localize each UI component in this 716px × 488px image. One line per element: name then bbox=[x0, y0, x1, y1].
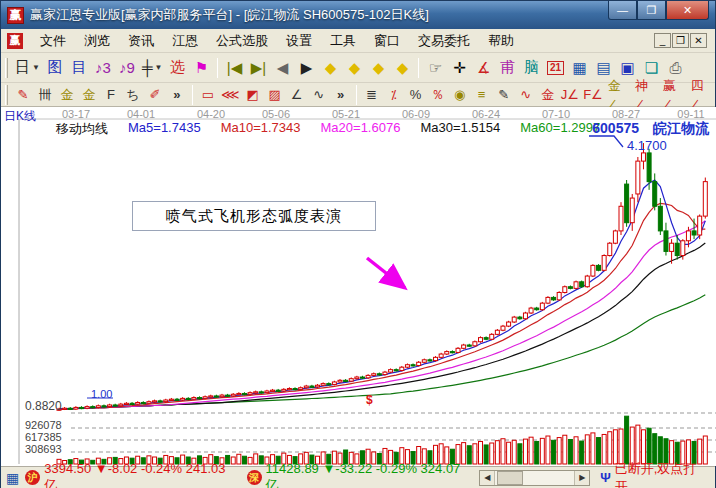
price-axis-label: 0.8820 bbox=[25, 399, 62, 413]
wave-tool-icon[interactable]: ∿ bbox=[515, 85, 537, 105]
compress-icon[interactable]: ◆ bbox=[366, 56, 390, 80]
calculator-icon[interactable]: ▦ bbox=[567, 56, 591, 80]
shenzhen-index-icon[interactable]: 深 bbox=[247, 470, 262, 485]
smart-analysis-icon[interactable]: 脑 bbox=[519, 56, 543, 80]
scrollbar-thumb[interactable] bbox=[497, 471, 523, 485]
toolbar-drag-handle[interactable] bbox=[5, 58, 8, 78]
gann-grid-gold-icon[interactable]: 金 bbox=[56, 85, 78, 105]
menu-item-1[interactable]: 浏览 bbox=[75, 30, 119, 52]
more-fans-icon[interactable]: » bbox=[330, 85, 352, 105]
date-tick-label: 05-06 bbox=[262, 108, 290, 120]
gold-angle-icon[interactable]: 金∠ bbox=[605, 85, 633, 105]
shanghai-index-icon[interactable]: 沪 bbox=[25, 470, 40, 485]
minute9-chart-icon[interactable]: ♪9 bbox=[115, 56, 139, 80]
minimize-button[interactable]: — bbox=[608, 1, 637, 20]
scroll-left-icon[interactable]: ◀ bbox=[480, 471, 495, 485]
menu-item-6[interactable]: 工具 bbox=[321, 30, 365, 52]
child-restore-button[interactable]: ❐ bbox=[672, 33, 689, 48]
shen-angle-icon[interactable]: 神∠ bbox=[632, 85, 660, 105]
menu-item-4[interactable]: 公式选股 bbox=[207, 30, 277, 52]
date-tick-label: 06-24 bbox=[472, 108, 500, 120]
gold-lines-icon[interactable]: ≡ bbox=[471, 85, 493, 105]
scroll-right-icon[interactable]: ▶ bbox=[574, 471, 589, 485]
ma-value-label: Ma60=1.2997 bbox=[520, 120, 600, 138]
four-angle-icon[interactable]: 四∠ bbox=[687, 85, 715, 105]
date-tick-label: 03-17 bbox=[62, 108, 90, 120]
pattern-annotation-box[interactable]: 喷气式飞机形态弧度表演 bbox=[132, 201, 376, 231]
stock-pick-icon[interactable]: 选 bbox=[165, 56, 189, 80]
calendar-icon[interactable]: 21 bbox=[543, 56, 567, 80]
gann-grid-f-icon[interactable]: F bbox=[100, 85, 122, 105]
menu-item-2[interactable]: 资讯 bbox=[119, 30, 163, 52]
gann-square-icon[interactable]: 甫 bbox=[495, 56, 519, 80]
angle-lines-icon[interactable]: ∠ bbox=[286, 85, 308, 105]
crosshair-icon[interactable]: ✛ bbox=[447, 56, 471, 80]
drawing-toolbar: ✎卌金金Fち✐»▭⋘◩▨∠∿»≣⁒%％◉≡✎∿金J∠F∠金∠神∠赢∠四∠ bbox=[1, 83, 715, 107]
connection-antenna-icon[interactable]: Ψ bbox=[600, 470, 611, 485]
kline-style-button[interactable]: 日▼ bbox=[12, 56, 43, 80]
angle-measure-icon[interactable]: ∡ bbox=[471, 56, 495, 80]
angle-pen-icon[interactable]: ✐ bbox=[144, 85, 166, 105]
child-window-icon: 赢 bbox=[7, 33, 23, 49]
menu-item-0[interactable]: 文件 bbox=[31, 30, 75, 52]
menu-item-8[interactable]: 交易委托 bbox=[409, 30, 479, 52]
market-data-icon[interactable]: ▦ bbox=[6, 470, 19, 486]
menu-item-5[interactable]: 设置 bbox=[277, 30, 321, 52]
menu-bar: 赢 文件浏览资讯江恩公式选股设置工具窗口交易委托帮助 _❐✕ bbox=[1, 29, 715, 53]
minute3-chart-icon[interactable]: ♪3 bbox=[91, 56, 115, 80]
close-button[interactable]: ✕ bbox=[666, 1, 709, 20]
percent-gold-icon[interactable]: ％ bbox=[427, 85, 449, 105]
gann-grid-icon[interactable]: 卌 bbox=[34, 85, 56, 105]
gann-grid-5-icon[interactable]: ち bbox=[122, 85, 144, 105]
gann-grid-gold2-icon[interactable]: 金 bbox=[78, 85, 100, 105]
zigzag-icon[interactable]: ∿ bbox=[308, 85, 330, 105]
ma-value-label: Ma5=1.7435 bbox=[128, 120, 201, 138]
expand-icon[interactable]: ◆ bbox=[390, 56, 414, 80]
child-minimize-button[interactable]: _ bbox=[654, 33, 671, 48]
volume-axis-label: 308693 bbox=[25, 443, 62, 455]
more-tools-icon[interactable]: » bbox=[166, 85, 188, 105]
ma-title: 移动均线 bbox=[56, 120, 108, 138]
application-window: 赢 赢家江恩专业版[赢家内部服务平台] - [皖江物流 SH600575-102… bbox=[0, 0, 716, 488]
toolbar-drag-handle[interactable] bbox=[5, 85, 8, 105]
last-page-icon[interactable]: ▶| bbox=[246, 56, 270, 80]
f10-info-icon[interactable]: 目 bbox=[67, 56, 91, 80]
color-flag-icon[interactable]: ⚑ bbox=[189, 56, 213, 80]
chart-horizontal-scrollbar[interactable]: ◀ ▶ bbox=[479, 470, 590, 486]
menu-item-3[interactable]: 江恩 bbox=[163, 30, 207, 52]
stats-icon[interactable]: ≣ bbox=[361, 85, 383, 105]
gann-box-icon[interactable]: ▭ bbox=[197, 85, 219, 105]
measure-pen-icon[interactable]: ✎ bbox=[493, 85, 515, 105]
zoom-in-h-icon[interactable]: ◆ bbox=[342, 56, 366, 80]
toolbar-separator bbox=[418, 58, 419, 78]
dividend-marker: $ bbox=[366, 393, 373, 407]
pane-type-label: 日K线 bbox=[4, 108, 36, 125]
f-angle-icon[interactable]: F∠ bbox=[581, 85, 605, 105]
j-angle-icon[interactable]: J∠ bbox=[559, 85, 581, 105]
moving-average-info: 移动均线 Ma5=1.7435Ma10=1.7343Ma20=1.6076Ma3… bbox=[56, 120, 600, 138]
candle-style-button[interactable]: ╪▼ bbox=[139, 56, 166, 80]
percent-line-icon[interactable]: ⁒ bbox=[383, 85, 405, 105]
connection-status[interactable]: 已断开,双点打开. bbox=[615, 460, 712, 488]
percent-icon[interactable]: % bbox=[405, 85, 427, 105]
shanghai-index-quote: 3394.50 ▼-8.02 -0.24% 241.03亿 bbox=[44, 461, 236, 488]
first-page-icon[interactable]: |◀ bbox=[222, 56, 246, 80]
menu-item-7[interactable]: 窗口 bbox=[365, 30, 409, 52]
next-page-icon[interactable]: ▶ bbox=[294, 56, 318, 80]
hand-drag-icon[interactable]: ☞ bbox=[423, 56, 447, 80]
grid-box-icon[interactable]: ▨ bbox=[264, 85, 286, 105]
gold-circle-icon[interactable]: ◉ bbox=[449, 85, 471, 105]
prev-page-icon[interactable]: ◀ bbox=[270, 56, 294, 80]
kline-chart-area[interactable]: 日K线 移动均线 Ma5=1.7435Ma10=1.7343Ma20=1.607… bbox=[1, 107, 716, 466]
trend-network-icon[interactable]: 图 bbox=[43, 56, 67, 80]
draw-pen-icon[interactable]: ✎ bbox=[12, 85, 34, 105]
fan-lines-icon[interactable]: ⋘ bbox=[219, 85, 242, 105]
kline-chart-canvas[interactable] bbox=[1, 107, 716, 466]
zoom-out-h-icon[interactable]: ◆ bbox=[318, 56, 342, 80]
child-close-button[interactable]: ✕ bbox=[690, 33, 707, 48]
win-angle-icon[interactable]: 赢∠ bbox=[660, 85, 688, 105]
restore-button[interactable]: ❐ bbox=[637, 1, 666, 20]
fan-box-icon[interactable]: ◩ bbox=[242, 85, 264, 105]
gold-underline-icon[interactable]: 金 bbox=[537, 85, 559, 105]
menu-item-9[interactable]: 帮助 bbox=[479, 30, 523, 52]
